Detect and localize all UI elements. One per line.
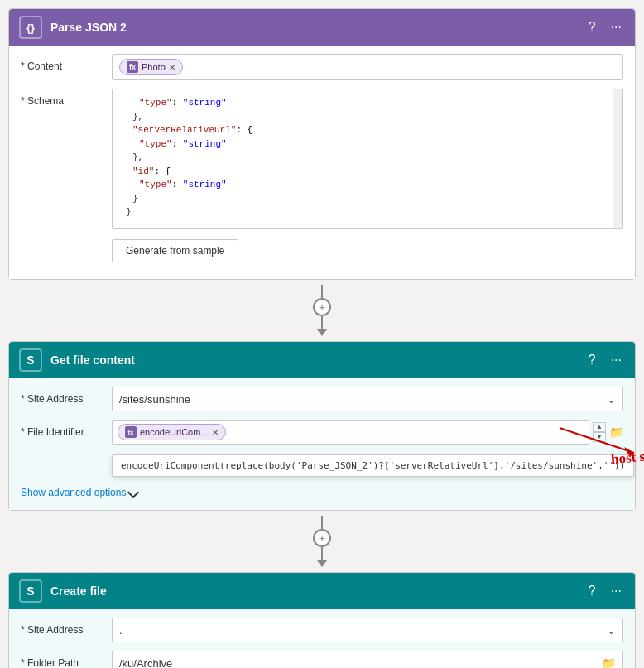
encode-uri-label: encodeUriCom...: [140, 427, 209, 437]
connector-arrow-2: [317, 560, 327, 567]
site-address-field[interactable]: /sites/sunshine ⌄: [112, 387, 623, 411]
folder-path-label: * Folder Path: [21, 651, 112, 668]
create-site-address-field[interactable]: . ⌄: [112, 618, 623, 642]
chevron-down-icon: ⌄: [607, 393, 616, 406]
photo-token: fx Photo ✕: [119, 59, 183, 75]
connector-arrow-1: [317, 329, 327, 336]
site-address-label: * Site Address: [21, 387, 112, 405]
parse-json-title: Parse JSON 2: [50, 21, 585, 34]
folder-path-browse-button[interactable]: 📁: [602, 656, 616, 668]
add-step-button-1[interactable]: +: [313, 298, 331, 316]
file-identifier-row: * File Identifier fx encodeUriCom... ✕ ▲…: [21, 420, 623, 445]
content-label: * Content: [21, 54, 112, 72]
schema-label: * Schema: [21, 89, 112, 107]
schema-line-8: }: [119, 192, 604, 206]
folder-path-row: * Folder Path /ku/Archive 📁: [21, 651, 623, 668]
schema-line-1: "type": "string": [119, 96, 604, 110]
parse-json-header: {} Parse JSON 2 ? ···: [9, 9, 635, 46]
folder-path-value: /ku/Archive: [119, 657, 172, 669]
get-file-actions: ? ···: [585, 351, 625, 369]
show-advanced-chevron: [127, 487, 139, 498]
create-file-icon-label: S: [26, 584, 34, 598]
schema-row: * Schema "type": "string" }, "serverRela…: [21, 89, 623, 262]
show-advanced-options[interactable]: Show advanced options: [21, 483, 623, 502]
connector-1: +: [8, 280, 636, 341]
site-address-row: * Site Address /sites/sunshine ⌄: [21, 387, 623, 411]
add-step-button-2[interactable]: +: [313, 529, 331, 547]
get-file-card: S Get file content ? ··· * Site Address …: [8, 341, 636, 511]
generate-from-sample-button[interactable]: Generate from sample: [112, 239, 238, 262]
schema-scrollbar[interactable]: [613, 89, 622, 228]
create-site-address-row: * Site Address . ⌄: [21, 618, 623, 642]
site-address-value: /sites/sunshine: [119, 393, 190, 406]
connector-line-1b: [321, 316, 323, 329]
connector-line-2: [321, 516, 323, 529]
create-file-help-button[interactable]: ?: [585, 582, 599, 600]
schema-line-6: "id": {: [119, 165, 604, 179]
connector-line-1: [321, 285, 323, 298]
get-file-title: Get file content: [50, 353, 585, 367]
create-site-address-value: .: [119, 624, 123, 637]
svg-line-0: [560, 428, 634, 453]
formula-row: encodeUriComponent(replace(body('Parse_J…: [112, 453, 623, 477]
schema-line-2: },: [119, 110, 604, 124]
get-file-header: S Get file content ? ···: [9, 342, 635, 378]
file-identifier-field[interactable]: fx encodeUriCom... ✕: [112, 420, 589, 445]
folder-path-field[interactable]: /ku/Archive 📁: [112, 651, 623, 668]
create-file-actions: ? ···: [585, 582, 625, 600]
create-file-more-button[interactable]: ···: [608, 582, 625, 600]
connector-2: +: [8, 511, 636, 572]
generate-btn-container: Generate from sample: [112, 236, 623, 262]
get-file-icon: S: [19, 348, 42, 372]
schema-line-3: "serverRelativeUrl": {: [119, 123, 604, 137]
parse-json-more-button[interactable]: ···: [608, 18, 625, 36]
get-file-icon-label: S: [26, 353, 34, 367]
create-file-icon: S: [19, 579, 42, 603]
create-site-address-label: * Site Address: [21, 618, 112, 636]
show-advanced-label: Show advanced options: [21, 487, 126, 498]
schema-content: "type": "string" }, "serverRelativeUrl":…: [119, 96, 616, 219]
photo-token-close[interactable]: ✕: [169, 63, 175, 72]
encode-uri-token: fx encodeUriCom... ✕: [118, 424, 226, 440]
encode-uri-close[interactable]: ✕: [212, 428, 219, 437]
create-file-body: * Site Address . ⌄ * Folder Path /ku/Arc…: [9, 609, 635, 668]
schema-line-4: "type": "string": [119, 137, 604, 151]
schema-line-7: "type": "string": [119, 178, 604, 192]
photo-token-icon: fx: [127, 61, 138, 73]
parse-json-card: {} Parse JSON 2 ? ··· * Content fx Photo…: [8, 8, 636, 280]
create-file-header: S Create file ? ···: [9, 573, 635, 609]
parse-json-actions: ? ···: [585, 18, 625, 36]
connector-line-2b: [321, 547, 323, 560]
file-identifier-container: fx encodeUriCom... ✕ ▲ ▼ 📁: [112, 420, 623, 445]
schema-line-5: },: [119, 151, 604, 165]
file-identifier-label: * File Identifier: [21, 420, 112, 438]
get-file-help-button[interactable]: ?: [585, 351, 599, 369]
create-file-title: Create file: [50, 584, 585, 598]
get-file-more-button[interactable]: ···: [608, 351, 625, 369]
photo-token-label: Photo: [142, 62, 166, 72]
schema-line-9: }: [119, 205, 604, 219]
parse-json-help-button[interactable]: ?: [585, 18, 599, 36]
schema-container: "type": "string" }, "serverRelativeUrl":…: [112, 89, 623, 262]
create-chevron-down-icon: ⌄: [607, 624, 616, 637]
formula-annotation: encodeUriComponent(replace(body('Parse_J…: [112, 453, 623, 477]
parse-json-icon: {}: [19, 16, 42, 39]
content-row: * Content fx Photo ✕: [21, 54, 623, 80]
get-file-body: * Site Address /sites/sunshine ⌄ * File …: [9, 378, 635, 510]
schema-editor[interactable]: "type": "string" }, "serverRelativeUrl":…: [112, 89, 623, 229]
encode-uri-icon: fx: [125, 426, 137, 438]
parse-json-body: * Content fx Photo ✕ * Schema "type": "s…: [9, 46, 635, 279]
content-field[interactable]: fx Photo ✕: [112, 54, 623, 80]
formula-popup: encodeUriComponent(replace(body('Parse_J…: [112, 454, 634, 477]
create-file-card: S Create file ? ··· * Site Address . ⌄ *…: [8, 572, 636, 668]
